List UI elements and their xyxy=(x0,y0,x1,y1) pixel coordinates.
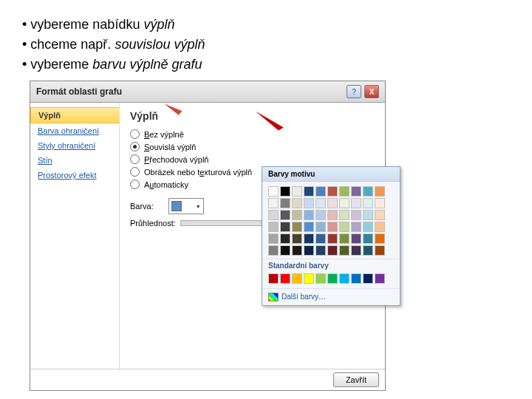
color-swatch[interactable] xyxy=(327,222,338,232)
radio-label: Souvislá výplň xyxy=(144,143,196,151)
color-swatch[interactable] xyxy=(363,198,373,208)
color-swatch[interactable] xyxy=(363,233,373,244)
color-swatch[interactable] xyxy=(351,198,361,208)
titlebar[interactable]: Formát oblasti grafu ? X xyxy=(30,81,385,103)
sidebar-item-3d-format[interactable]: Prostorový efekt xyxy=(30,168,119,183)
color-swatch[interactable] xyxy=(327,245,338,256)
color-swatch[interactable] xyxy=(327,186,338,197)
color-swatch[interactable] xyxy=(375,273,385,284)
color-swatch[interactable] xyxy=(351,273,361,284)
radio-label: Automaticky xyxy=(144,180,188,189)
sidebar-item-shadow[interactable]: Stín xyxy=(30,153,119,168)
color-swatch[interactable] xyxy=(339,273,349,284)
color-swatch[interactable] xyxy=(339,186,349,197)
color-swatch[interactable] xyxy=(292,222,302,232)
fill-option-radio[interactable]: Přechodová výplň xyxy=(130,153,375,166)
color-swatch[interactable] xyxy=(292,273,302,284)
color-picker-popup: Barvy motivu Standardní barvy Další barv… xyxy=(262,166,400,306)
close-button[interactable]: X xyxy=(364,85,379,98)
color-swatch[interactable] xyxy=(316,210,326,220)
sidebar-item-border-styles[interactable]: Styly ohraničení xyxy=(30,138,119,153)
color-swatch[interactable] xyxy=(375,198,385,208)
color-swatch[interactable] xyxy=(280,198,290,208)
color-swatch[interactable] xyxy=(375,222,385,232)
fill-option-radio[interactable]: Souvislá výplň xyxy=(130,140,375,153)
color-swatch[interactable] xyxy=(280,222,290,232)
color-swatch[interactable] xyxy=(292,186,302,197)
color-swatch[interactable] xyxy=(363,222,373,232)
color-swatch[interactable] xyxy=(339,222,349,232)
color-swatch[interactable] xyxy=(280,210,290,220)
fill-panel: Výplň Bez výplněSouvislá výplňPřechodová… xyxy=(120,103,385,369)
theme-color-grid xyxy=(262,182,400,259)
color-swatch[interactable] xyxy=(316,222,326,232)
color-swatch[interactable] xyxy=(351,210,361,220)
standard-color-row xyxy=(262,271,400,288)
color-swatch[interactable] xyxy=(304,222,314,232)
color-swatch[interactable] xyxy=(304,210,314,220)
color-swatch[interactable] xyxy=(280,273,290,284)
color-swatch[interactable] xyxy=(268,233,279,244)
color-swatch[interactable] xyxy=(363,186,373,197)
color-swatch[interactable] xyxy=(268,222,279,232)
color-swatch[interactable] xyxy=(316,233,326,244)
color-swatch[interactable] xyxy=(268,245,279,256)
color-swatch[interactable] xyxy=(351,245,361,256)
color-swatch[interactable] xyxy=(292,210,302,220)
color-swatch[interactable] xyxy=(375,245,385,256)
color-swatch[interactable] xyxy=(375,210,385,220)
color-wheel-icon xyxy=(268,293,279,301)
color-swatch[interactable] xyxy=(363,210,373,220)
color-swatch[interactable] xyxy=(316,245,326,256)
color-swatch[interactable] xyxy=(280,233,290,244)
close-dialog-button[interactable]: Zavřít xyxy=(333,372,379,387)
color-swatch[interactable] xyxy=(280,245,290,256)
transparency-label: Průhlednost: xyxy=(130,219,176,228)
color-swatch[interactable] xyxy=(304,245,314,256)
radio-icon xyxy=(130,167,140,177)
color-swatch[interactable] xyxy=(268,186,279,197)
color-swatch[interactable] xyxy=(304,186,314,197)
sidebar-item-border-color[interactable]: Barva ohraničení xyxy=(30,123,119,138)
sidebar-item-fill[interactable]: Výplň xyxy=(30,107,120,123)
color-swatch[interactable] xyxy=(268,198,279,208)
category-sidebar: Výplň Barva ohraničení Styly ohraničení … xyxy=(30,103,120,369)
color-swatch[interactable] xyxy=(268,210,279,220)
more-colors-button[interactable]: Další barvy… xyxy=(262,288,400,305)
color-swatch[interactable] xyxy=(304,273,314,284)
color-swatch[interactable] xyxy=(327,198,338,208)
color-swatch[interactable] xyxy=(327,233,338,244)
color-swatch[interactable] xyxy=(304,233,314,244)
color-swatch[interactable] xyxy=(363,273,373,284)
bullet-1: • vybereme nabídku výplň xyxy=(22,15,510,35)
help-button[interactable]: ? xyxy=(347,85,361,98)
color-swatch[interactable] xyxy=(339,210,349,220)
color-swatch[interactable] xyxy=(316,198,326,208)
color-swatch[interactable] xyxy=(316,186,326,197)
bullet-list: • vybereme nabídku výplň • chceme např. … xyxy=(22,15,510,75)
color-swatch[interactable] xyxy=(327,273,338,284)
color-swatch[interactable] xyxy=(304,198,314,208)
color-swatch[interactable] xyxy=(280,186,290,197)
color-swatch[interactable] xyxy=(375,186,385,197)
chevron-down-icon: ▼ xyxy=(196,204,201,209)
color-swatch[interactable] xyxy=(339,198,349,208)
color-swatch[interactable] xyxy=(292,198,302,208)
theme-colors-title: Barvy motivu xyxy=(262,167,400,182)
fill-option-radio[interactable]: Bez výplně xyxy=(130,128,375,140)
color-swatch[interactable] xyxy=(363,245,373,256)
color-swatch[interactable] xyxy=(375,233,385,244)
transparency-slider[interactable] xyxy=(180,220,270,226)
color-swatch[interactable] xyxy=(292,245,302,256)
color-swatch[interactable] xyxy=(292,233,302,244)
color-swatch[interactable] xyxy=(351,186,361,197)
color-swatch[interactable] xyxy=(351,222,361,232)
radio-icon xyxy=(130,142,140,151)
color-swatch[interactable] xyxy=(316,273,326,284)
color-swatch[interactable] xyxy=(351,233,361,244)
color-swatch[interactable] xyxy=(327,210,338,220)
color-swatch[interactable] xyxy=(268,273,279,284)
color-swatch[interactable] xyxy=(339,245,349,256)
color-dropdown-button[interactable]: ▼ xyxy=(168,198,204,214)
color-swatch[interactable] xyxy=(339,233,349,244)
